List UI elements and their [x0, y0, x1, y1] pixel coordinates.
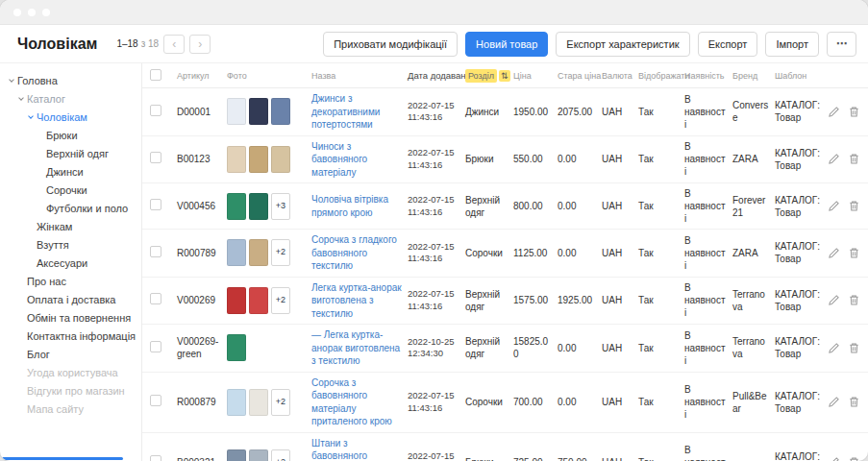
column-header-stock[interactable]: Наявність [684, 71, 732, 81]
column-header-template[interactable]: Шаблон [775, 71, 827, 81]
row-checkbox[interactable] [150, 199, 161, 210]
sidebar-item-bloh[interactable]: Блог [0, 345, 141, 363]
product-photo[interactable] [227, 334, 246, 361]
column-header-currency[interactable]: Валюта [602, 71, 638, 81]
export-characteristics-button[interactable]: Експорт характеристик [556, 32, 689, 57]
sidebar-item-mapa-saitu[interactable]: Мапа сайту [0, 400, 141, 418]
row-checkbox[interactable] [150, 152, 161, 163]
edit-icon[interactable] [828, 396, 840, 408]
delete-icon[interactable] [848, 294, 860, 306]
product-photo[interactable] [249, 287, 268, 314]
sidebar-item-kataloh[interactable]: Каталог [0, 89, 141, 108]
product-photo[interactable] [227, 449, 246, 461]
more-photos-badge[interactable]: +2 [271, 449, 290, 461]
pagination-next-button[interactable]: › [189, 35, 211, 54]
product-name-link[interactable]: Сорочка з гладкого бавовняного текстилю [311, 234, 397, 271]
product-photo[interactable] [249, 98, 268, 125]
product-photo[interactable] [227, 146, 246, 173]
product-name-link[interactable]: — Легка куртка-анорак виготовлена з текс… [311, 329, 400, 366]
product-name-link[interactable]: Чиноси з бавовняного матеріалу [311, 141, 367, 178]
edit-icon[interactable] [828, 456, 840, 461]
column-header-brand[interactable]: Бренд [732, 71, 775, 81]
edit-icon[interactable] [828, 106, 840, 118]
sort-icon[interactable]: ⇅ [499, 70, 510, 82]
product-name-link[interactable]: Джинси з декоративними потертостями [311, 93, 380, 130]
column-header-section[interactable]: Розділ⇅ [465, 71, 513, 81]
sidebar-item-bryuky[interactable]: Брюки [0, 126, 141, 144]
edit-icon[interactable] [828, 247, 840, 259]
delete-icon[interactable] [848, 396, 860, 408]
sidebar-item-vzuttia[interactable]: Взуття [0, 235, 141, 254]
sidebar-item-pro-nas[interactable]: Про нас [0, 272, 141, 290]
sidebar-scrollbar[interactable] [2, 457, 123, 460]
table-row: R000879+2Сорочка з бавовняного матеріалу… [142, 373, 868, 433]
sidebar-item-zhinkam[interactable]: Жінкам [0, 217, 141, 235]
product-name-link[interactable]: Сорочка з бавовняного матеріалу притален… [311, 377, 392, 427]
column-header-photo[interactable]: Фото [227, 71, 311, 81]
column-header-sku[interactable]: Артикул [177, 71, 227, 81]
sidebar-item-aksesuary[interactable]: Аксесуари [0, 254, 141, 272]
import-button[interactable]: Імпорт [765, 32, 819, 57]
product-photo[interactable] [227, 287, 246, 314]
sidebar-item-uhoda-korystuvacha[interactable]: Угода користувача [0, 363, 141, 381]
hide-modifications-button[interactable]: Приховати модифікації [323, 32, 458, 57]
row-checkbox[interactable] [150, 341, 161, 352]
row-checkbox[interactable] [150, 395, 161, 406]
sidebar-item-holovna[interactable]: Головна [0, 71, 141, 89]
product-name-link[interactable]: Легка куртка-анорак виготовлена з тексти… [311, 282, 402, 319]
sidebar-item-verkhnii-odiah[interactable]: Верхній одяг [0, 144, 141, 162]
window-close-dot[interactable] [13, 9, 21, 16]
product-photo[interactable] [227, 389, 246, 416]
product-photo[interactable] [227, 239, 246, 266]
product-photo[interactable] [271, 98, 290, 125]
product-name-link[interactable]: Штани з бавовняного матеріалу прямого кр… [311, 438, 395, 461]
sidebar-item-kontaktna-informatsiia[interactable]: Контактна інформація [0, 327, 141, 345]
edit-icon[interactable] [828, 153, 840, 165]
product-photo[interactable] [249, 389, 268, 416]
more-photos-badge[interactable]: +2 [271, 287, 290, 314]
column-header-name[interactable]: Назва [311, 71, 408, 81]
product-photo[interactable] [249, 449, 268, 461]
select-all-checkbox[interactable] [150, 69, 161, 81]
product-name-link[interactable]: Чоловіча вітрівка прямого крою [311, 194, 388, 218]
row-checkbox[interactable] [150, 246, 161, 257]
delete-icon[interactable] [848, 106, 860, 118]
delete-icon[interactable] [848, 247, 860, 259]
product-photo[interactable] [227, 193, 246, 220]
row-checkbox[interactable] [150, 105, 161, 116]
sidebar-item-sorochky[interactable]: Сорочки [0, 181, 141, 199]
product-photo[interactable] [249, 239, 268, 266]
sidebar-item-obmin-ta-povernennia[interactable]: Обмін та повернення [0, 308, 141, 327]
more-actions-button[interactable]: ⋯ [827, 32, 856, 57]
export-button[interactable]: Експорт [698, 32, 758, 57]
pagination-prev-button[interactable]: ‹ [163, 35, 185, 54]
edit-icon[interactable] [828, 294, 840, 306]
delete-icon[interactable] [848, 153, 860, 165]
column-header-display[interactable]: Відображати [638, 71, 684, 81]
product-photo[interactable] [227, 98, 246, 125]
column-header-date[interactable]: Дата додавання [408, 70, 465, 81]
product-photo[interactable] [271, 146, 290, 173]
more-photos-badge[interactable]: +2 [271, 239, 290, 266]
more-photos-badge[interactable]: +2 [271, 389, 290, 416]
delete-icon[interactable] [848, 456, 860, 461]
column-header-price[interactable]: Ціна [513, 71, 558, 81]
product-photo[interactable] [249, 146, 268, 173]
edit-icon[interactable] [828, 342, 840, 354]
product-photo[interactable] [249, 193, 268, 220]
sidebar-item-oplata-i-dostavka[interactable]: Оплата і доставка [0, 290, 141, 308]
sidebar-item-dzhynsy[interactable]: Джинси [0, 162, 141, 181]
delete-icon[interactable] [848, 200, 860, 212]
more-photos-badge[interactable]: +3 [271, 193, 290, 220]
new-product-button[interactable]: Новий товар [465, 32, 548, 57]
window-minimize-dot[interactable] [28, 9, 36, 16]
row-checkbox[interactable] [150, 293, 161, 304]
edit-icon[interactable] [828, 200, 840, 212]
sidebar-item-cholovikam[interactable]: Чоловікам [0, 108, 141, 126]
window-maximize-dot[interactable] [42, 9, 50, 16]
row-checkbox[interactable] [150, 455, 161, 461]
delete-icon[interactable] [848, 342, 860, 354]
column-header-old_price[interactable]: Стара ціна [558, 71, 602, 81]
sidebar-item-futbolky-i-polo[interactable]: Футболки и поло [0, 199, 141, 217]
sidebar-item-vidhuky-pro-mahazyn[interactable]: Відгуки про магазин [0, 381, 141, 400]
